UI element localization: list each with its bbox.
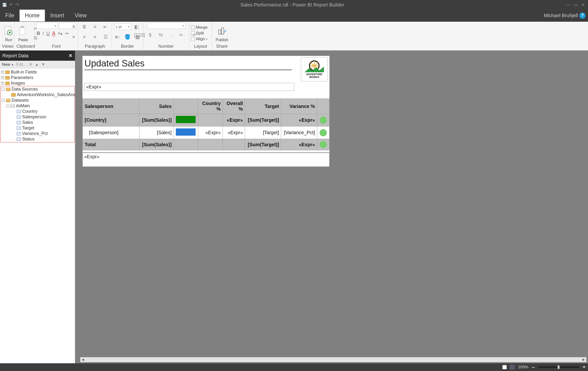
collapse-icon[interactable]: - — [6, 104, 9, 107]
minimize-button[interactable]: — — [566, 2, 571, 8]
status-icon-2[interactable] — [510, 365, 514, 369]
footer-expression[interactable]: «Expr» — [83, 152, 329, 167]
status-icon-1[interactable] — [502, 365, 507, 369]
paste-label: Paste — [18, 38, 28, 42]
thousands-icon[interactable]: , — [167, 31, 176, 39]
col-countrypct[interactable]: Country % — [198, 99, 223, 114]
tree-images[interactable]: Images — [11, 81, 25, 86]
percent-icon[interactable]: % — [157, 31, 165, 39]
tree-field[interactable]: Variance_Pct — [22, 131, 48, 136]
border-color-icon[interactable]: ◧ — [133, 23, 141, 31]
design-surface[interactable]: Updated Sales ADVENTURE WORKS — [75, 50, 588, 363]
edit-button[interactable]: Edit... — [16, 62, 27, 67]
tab-home[interactable]: Home — [20, 10, 45, 21]
bold-button[interactable]: B — [37, 30, 40, 36]
bullets-icon[interactable]: ☰ — [102, 33, 110, 41]
align-right-icon[interactable]: ≡ — [91, 33, 99, 41]
move-up-icon[interactable]: ▲ — [35, 62, 39, 67]
tree-field[interactable]: Country — [22, 109, 37, 114]
col-indicator[interactable] — [317, 99, 329, 114]
zoom-out-button[interactable]: – — [532, 364, 535, 370]
folder-icon — [5, 76, 10, 80]
increase-decimal-icon[interactable]: .00→ — [178, 31, 186, 39]
highlighted-region: -Data Sources AdventureWorksInc_SalesAna… — [0, 86, 74, 142]
collapse-icon[interactable]: - — [2, 88, 5, 91]
tab-insert[interactable]: Insert — [45, 10, 69, 21]
align-button[interactable]: Align ▾ — [191, 37, 207, 41]
expand-icon[interactable]: + — [1, 82, 4, 85]
undo-icon[interactable]: ↶ — [8, 2, 13, 8]
tree-field[interactable]: Target — [22, 126, 34, 130]
tree-field[interactable]: Sales — [22, 120, 33, 125]
tree-datasets[interactable]: Datasets — [11, 98, 29, 103]
paste-button[interactable]: Paste — [16, 24, 30, 42]
font-color-button[interactable]: A̲ — [52, 30, 55, 36]
tree-field[interactable]: Salesperson — [22, 114, 46, 120]
italic-button[interactable]: I — [42, 30, 44, 36]
row-country[interactable]: [Country] [Sum(Sales)] «Expr» [Sum(Targe… — [83, 114, 329, 127]
font-shrink-button[interactable]: A▾ — [65, 31, 69, 35]
expand-icon[interactable]: + — [1, 70, 4, 74]
border-style-icon[interactable]: ▭ — [113, 33, 122, 41]
currency-icon[interactable]: $ — [146, 31, 154, 39]
close-button[interactable]: ✕ — [581, 2, 585, 8]
maximize-button[interactable]: ▭ — [574, 2, 578, 8]
delete-icon[interactable]: ✕ — [29, 62, 32, 67]
move-down-icon[interactable]: ▼ — [41, 62, 45, 67]
col-salesperson[interactable]: Salesperson — [83, 99, 139, 114]
tree-dsmain[interactable]: dsMain — [16, 103, 30, 108]
fill-color-icon[interactable]: 🪣 — [124, 33, 132, 41]
publish-button[interactable]: Publish — [214, 24, 230, 42]
number-format-select[interactable]: ▾ — [147, 23, 186, 29]
new-button[interactable]: New ▼ — [2, 62, 14, 67]
tree-datasource-item[interactable]: AdventureWorksInc_SalesAnalysis — [17, 92, 75, 97]
scroll-left-icon[interactable]: ◄ — [80, 358, 86, 362]
align-center-icon[interactable]: ≡ — [80, 33, 88, 41]
help-icon[interactable]: ? — [579, 12, 586, 19]
report-table[interactable]: Salesperson Sales Country % Overall % Ta… — [83, 99, 329, 150]
row-salesperson[interactable]: [Salesperson] [Sales] «Expr» «Expr» [Tar… — [83, 127, 329, 139]
expand-icon[interactable]: + — [1, 76, 4, 79]
user-name[interactable]: Michael Bruhjell — [544, 13, 579, 18]
font-grow-button[interactable]: A▴ — [58, 31, 63, 36]
logo-image[interactable]: ADVENTURE WORKS — [301, 57, 327, 81]
font-family-select[interactable]: ▾ — [37, 23, 58, 29]
save-icon[interactable] — [2, 2, 7, 8]
align-middle-icon[interactable]: ≣ — [80, 23, 88, 31]
redo-icon[interactable]: ↷ — [14, 2, 20, 8]
merge-button[interactable]: Merge — [191, 25, 207, 30]
field-icon — [17, 115, 21, 119]
col-overallpct[interactable]: Overall % — [223, 99, 245, 114]
tab-view[interactable]: View — [69, 10, 92, 21]
border-width-select[interactable]: 1 pt▾ — [114, 24, 131, 30]
col-variancepct[interactable]: Variance % — [281, 99, 317, 114]
tree-datasources[interactable]: Data Sources — [11, 87, 38, 92]
align-left-icon[interactable]: ≡ — [70, 33, 78, 41]
tree-builtin[interactable]: Built-in Fields — [11, 70, 37, 75]
subtitle-expression[interactable]: «Expr» — [84, 83, 294, 91]
split-button[interactable]: Split — [191, 31, 207, 36]
report-title[interactable]: Updated Sales — [84, 57, 292, 70]
zoom-in-button[interactable]: + — [582, 364, 586, 370]
zoom-slider[interactable] — [538, 366, 579, 368]
collapse-icon[interactable]: - — [2, 99, 5, 102]
panel-close-icon[interactable]: ✕ — [69, 53, 73, 59]
folder-open-icon — [6, 99, 10, 102]
col-target[interactable]: Target — [245, 99, 281, 114]
outdent-icon[interactable]: ⇤ — [102, 23, 110, 31]
run-button[interactable]: Run — [2, 24, 15, 42]
tree-field[interactable]: Status — [22, 137, 34, 142]
underline-button[interactable]: U — [46, 30, 50, 36]
col-sales[interactable]: Sales — [139, 99, 174, 114]
scroll-right-icon[interactable]: ► — [581, 358, 586, 362]
placeholder-icon[interactable]: [123] — [136, 31, 144, 39]
col-bar[interactable] — [174, 99, 198, 114]
tree-parameters[interactable]: Parameters — [11, 75, 33, 80]
align-top-icon[interactable]: ≡ — [70, 23, 78, 31]
report-page[interactable]: Updated Sales ADVENTURE WORKS — [82, 55, 330, 167]
tab-file[interactable]: File — [0, 10, 20, 21]
align-bottom-icon[interactable]: ≡ — [91, 23, 99, 31]
horizontal-scrollbar[interactable]: ◄ ► — [80, 357, 587, 362]
report-data-tree[interactable]: +Built-in Fields +Parameters +Images -Da… — [0, 68, 75, 363]
row-total[interactable]: Total [Sum(Sales)] [Sum(Target)] «Expr» — [83, 139, 329, 150]
